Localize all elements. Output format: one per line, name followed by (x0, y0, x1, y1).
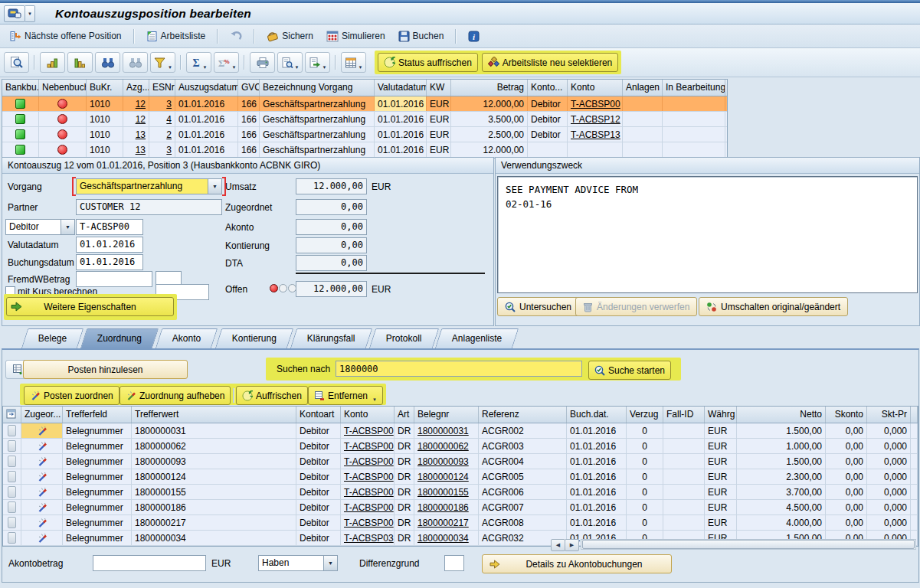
match-row[interactable]: Belegnummer1800000062DebitorT-ACBSP00DR1… (3, 439, 918, 454)
cell-konto[interactable]: T-ACBSP00 (341, 454, 395, 469)
row-select-button[interactable] (8, 486, 16, 498)
konto-link[interactable]: T-ACBSP03 (344, 533, 394, 544)
entfernen-button[interactable]: Entfernen ▼ (308, 386, 383, 405)
buchungsdatum-field[interactable]: 01.01.2016 (76, 254, 143, 270)
cell-esnr[interactable]: 2 (149, 127, 175, 142)
find-next-button[interactable] (123, 52, 148, 73)
konto-link[interactable]: T-ACBSP00 (344, 472, 394, 482)
cell-nebenbuch[interactable] (39, 112, 87, 126)
belegnr-link[interactable]: 1800000031 (417, 426, 469, 436)
cell-sel[interactable] (3, 531, 21, 545)
esnr-link[interactable]: 3 (166, 99, 172, 109)
status-refresh-button[interactable]: Status auffrischen (378, 53, 478, 72)
assign-wand-icon[interactable] (37, 502, 47, 513)
cell-zugeor[interactable] (21, 531, 63, 545)
untersuchen-button[interactable]: Untersuchen (497, 297, 579, 316)
cell-zugeor[interactable] (21, 423, 63, 438)
esnr-link[interactable]: 4 (166, 114, 172, 125)
worklist-button[interactable]: Arbeitsliste (142, 28, 210, 44)
hscroll-right-arrow[interactable]: ▶ (565, 539, 579, 551)
cell-bankbu[interactable] (2, 96, 39, 111)
cell-esnr[interactable]: 3 (149, 142, 175, 157)
cell-bankbu[interactable] (2, 142, 39, 157)
cell-zugeor[interactable] (21, 485, 63, 499)
cell-zugeor[interactable] (21, 469, 63, 484)
total-button[interactable]: Σ ▼ (186, 52, 211, 73)
layout-settings-button[interactable]: ▼ (341, 52, 366, 73)
statement-row[interactable]: 101013201.01.2016166Geschäftspartnerzahl… (2, 127, 727, 142)
cell-azg[interactable]: 13 (123, 127, 149, 142)
cell-belegnr[interactable]: 1800000031 (414, 423, 479, 438)
cell-sel[interactable] (3, 439, 21, 453)
tab-akonto[interactable]: Akonto (156, 328, 218, 348)
cell-nebenbuch[interactable] (39, 96, 87, 111)
konto-link[interactable]: T-ACBSP00 (344, 518, 394, 528)
assign-wand-icon[interactable] (37, 426, 47, 436)
print-button[interactable] (250, 52, 275, 73)
vorgang-combobox[interactable]: Geschäftspartnerzahlung ▼ (76, 178, 222, 194)
konto-field[interactable]: T-ACBSP00 (76, 219, 143, 235)
search-input[interactable] (336, 361, 582, 377)
cell-sel[interactable] (3, 515, 21, 530)
cell-konto[interactable]: T-ACBSP12 (568, 112, 623, 126)
partner-field[interactable]: CUSTOMER 12 (76, 199, 222, 215)
cell-sel[interactable] (3, 469, 21, 484)
konto-link[interactable]: T-ACBSP00 (344, 456, 394, 467)
find-in-list-button[interactable] (4, 52, 29, 73)
soll-haben-combobox[interactable]: Haben ▼ (258, 555, 338, 571)
cell-konto[interactable]: T-ACBSP00 (341, 515, 395, 530)
belegnr-link[interactable]: 1800000093 (417, 456, 469, 467)
filter-dropdown-arrow[interactable]: ▼ (168, 65, 172, 72)
cell-azg[interactable]: 12 (123, 112, 149, 126)
valutadatum-field[interactable]: 01.01.2016 (76, 237, 143, 253)
konto-link[interactable]: T-ACBSP00 (344, 487, 394, 498)
cell-konto[interactable]: T-ACBSP00 (341, 423, 395, 438)
belegnr-link[interactable]: 1800000034 (417, 533, 469, 544)
match-row[interactable]: Belegnummer1800000093DebitorT-ACBSP00DR1… (3, 454, 918, 469)
verwerfen-button[interactable]: Änderungen verwerfen (575, 297, 697, 316)
tab-zuordnung[interactable]: Zuordnung (80, 328, 159, 348)
next-open-item-button[interactable]: Nächste offene Position (6, 28, 126, 44)
cell-sel[interactable] (3, 500, 21, 514)
find-button[interactable] (95, 52, 120, 73)
tab-kontierung[interactable]: Kontierung (215, 328, 293, 348)
cell-belegnr[interactable]: 1800000155 (414, 485, 479, 499)
total-dropdown-arrow[interactable]: ▼ (203, 65, 208, 72)
cell-belegnr[interactable]: 1800000093 (414, 454, 479, 469)
cell-konto[interactable] (568, 142, 623, 157)
match-row[interactable]: Belegnummer1800000031DebitorT-ACBSP00DR1… (3, 423, 918, 439)
kontoart-dropdown-arrow[interactable]: ▼ (61, 220, 74, 234)
cell-belegnr[interactable]: 1800000062 (414, 439, 479, 453)
cell-zugeor[interactable] (21, 500, 63, 514)
vorgang-dropdown-arrow[interactable]: ▼ (208, 179, 221, 194)
cell-sel[interactable] (3, 454, 21, 469)
cell-nebenbuch[interactable] (39, 142, 87, 157)
details-akontobuchungen-button[interactable]: Details zu Akontobuchungen (482, 554, 672, 573)
assign-wand-icon[interactable] (37, 456, 47, 467)
cell-belegnr[interactable]: 1800000124 (414, 469, 479, 484)
posten-hinzulesen-button[interactable]: Posten hinzulesen (23, 360, 188, 379)
hscroll-left-arrow[interactable]: ◀ (551, 539, 565, 551)
cell-sel[interactable] (3, 485, 21, 499)
belegnr-link[interactable]: 1800000186 (417, 502, 469, 513)
note-text[interactable]: SEE PAYMENT ADVICE FROM 02-01-16 (497, 176, 918, 293)
match-row[interactable]: Belegnummer1800000124DebitorT-ACBSP00DR1… (3, 469, 918, 485)
cell-azg[interactable]: 13 (123, 142, 149, 157)
konto-link[interactable]: T-ACBSP00 (571, 99, 620, 109)
konto-link[interactable]: T-ACBSP13 (571, 129, 620, 140)
cell-zugeor[interactable] (21, 515, 63, 530)
select-all-icon[interactable] (6, 409, 16, 419)
weitere-eigenschaften-button[interactable]: Weitere Eigenschaften (6, 297, 174, 316)
cell-konto[interactable]: T-ACBSP03 (341, 531, 395, 545)
cell-belegnr[interactable]: 1800000186 (414, 500, 479, 514)
match-row[interactable]: Belegnummer1800000217DebitorT-ACBSP00DR1… (3, 515, 918, 531)
assign-wand-icon[interactable] (37, 533, 47, 544)
row-select-button[interactable] (8, 425, 16, 436)
row-select-button[interactable] (8, 501, 16, 513)
row-select-button[interactable] (8, 440, 16, 452)
tab-klaerungsfall[interactable]: Klärungsfall (290, 328, 372, 348)
tab-belege[interactable]: Belege (21, 328, 84, 348)
esnr-link[interactable]: 3 (166, 145, 172, 155)
azg-link[interactable]: 13 (136, 129, 146, 140)
belegnr-link[interactable]: 1800000217 (417, 518, 469, 528)
